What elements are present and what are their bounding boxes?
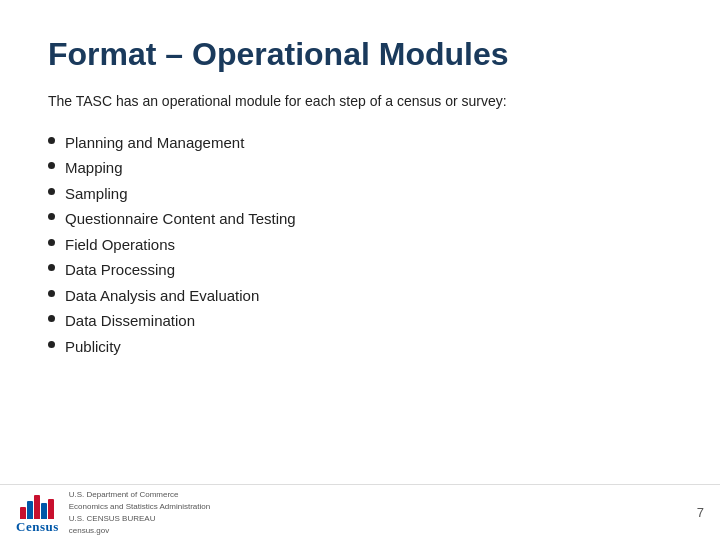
footer-agency-text: U.S. Department of Commerce Economics an…: [69, 489, 210, 537]
bullet-dot-icon: [48, 162, 55, 169]
logo-bar-2: [27, 501, 33, 519]
footer: Census U.S. Department of Commerce Econo…: [0, 484, 720, 540]
bullet-list: Planning and ManagementMappingSamplingQu…: [48, 130, 672, 360]
list-item: Publicity: [48, 334, 672, 360]
bullet-dot-icon: [48, 341, 55, 348]
bullet-dot-icon: [48, 188, 55, 195]
list-item: Field Operations: [48, 232, 672, 258]
logo-bar-5: [48, 499, 54, 519]
list-item: Sampling: [48, 181, 672, 207]
list-item: Questionnaire Content and Testing: [48, 206, 672, 232]
slide-subtitle: The TASC has an operational module for e…: [48, 91, 672, 112]
bullet-text: Data Processing: [65, 257, 175, 283]
slide-title: Format – Operational Modules: [48, 36, 672, 73]
bullet-dot-icon: [48, 290, 55, 297]
agency-line1: U.S. Department of Commerce: [69, 490, 179, 499]
list-item: Data Processing: [48, 257, 672, 283]
bullet-text: Planning and Management: [65, 130, 244, 156]
census-logo: Census: [16, 491, 59, 535]
bullet-text: Data Analysis and Evaluation: [65, 283, 259, 309]
bullet-dot-icon: [48, 137, 55, 144]
list-item: Data Dissemination: [48, 308, 672, 334]
list-item: Mapping: [48, 155, 672, 181]
slide: Format – Operational Modules The TASC ha…: [0, 0, 720, 540]
bullet-dot-icon: [48, 264, 55, 271]
footer-left: Census U.S. Department of Commerce Econo…: [16, 489, 210, 537]
bullet-text: Mapping: [65, 155, 123, 181]
bullet-text: Field Operations: [65, 232, 175, 258]
bullet-dot-icon: [48, 315, 55, 322]
logo-bar-4: [41, 503, 47, 519]
list-item: Planning and Management: [48, 130, 672, 156]
list-item: Data Analysis and Evaluation: [48, 283, 672, 309]
bullet-text: Sampling: [65, 181, 128, 207]
logo-bar-1: [20, 507, 26, 519]
bullet-text: Publicity: [65, 334, 121, 360]
agency-line4: census.gov: [69, 526, 109, 535]
bullet-text: Data Dissemination: [65, 308, 195, 334]
page-number: 7: [697, 505, 704, 520]
agency-line2: Economics and Statistics Administration: [69, 502, 210, 511]
agency-line3: U.S. CENSUS BUREAU: [69, 514, 156, 523]
bullet-text: Questionnaire Content and Testing: [65, 206, 296, 232]
census-logo-text: Census: [16, 519, 59, 535]
bullet-dot-icon: [48, 239, 55, 246]
bullet-dot-icon: [48, 213, 55, 220]
logo-bar-3: [34, 495, 40, 519]
logo-bars: [20, 491, 54, 519]
